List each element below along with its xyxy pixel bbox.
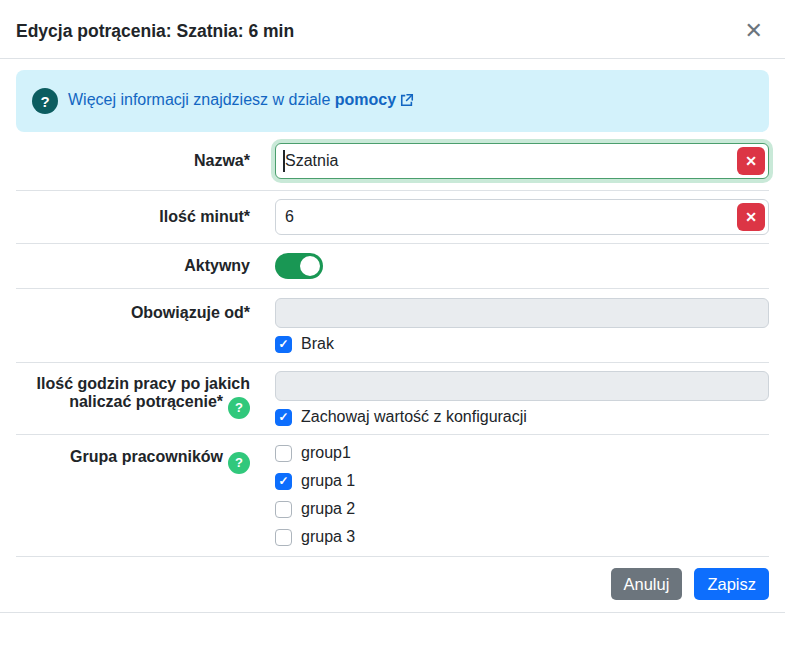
aktywny-controls	[275, 253, 769, 279]
field-row-nazwa: Nazwa* ✕	[16, 132, 769, 191]
ilosc-minut-input[interactable]	[275, 199, 769, 235]
cancel-button[interactable]: Anuluj	[611, 568, 683, 600]
grupa-options: group1 ✓ grupa 1 grupa 2 grupa 3	[275, 444, 769, 546]
ilosc-godzin-input	[275, 371, 769, 401]
brak-checkbox[interactable]: ✓	[275, 336, 292, 353]
grupa2-label: grupa 2	[301, 500, 355, 518]
zachowaj-label: Zachowaj wartość z konfiguracji	[301, 408, 527, 426]
clear-ilosc-minut-icon[interactable]: ✕	[737, 203, 765, 231]
question-circle-icon: ?	[32, 88, 58, 114]
help-icon-godziny[interactable]: ?	[228, 397, 250, 419]
ilosc-godzin-label: Ilość godzin pracy po jakich naliczać po…	[16, 371, 250, 419]
modal-footer: Anuluj Zapisz	[16, 556, 769, 612]
nazwa-label: Nazwa*	[16, 152, 250, 170]
info-text: Więcej informacji znajdziesz w dziale	[68, 91, 330, 108]
obowiazuje-od-controls: ✓ Brak	[275, 298, 769, 353]
group1-checkbox[interactable]	[275, 445, 292, 462]
group1-label: group1	[301, 444, 351, 462]
group-option-row: grupa 2	[275, 500, 769, 518]
external-link-icon	[400, 93, 414, 110]
clear-nazwa-icon[interactable]: ✕	[737, 147, 765, 175]
group-option-row: group1	[275, 444, 769, 462]
brak-check-line: ✓ Brak	[275, 335, 769, 353]
toggle-knob	[300, 256, 320, 276]
brak-label: Brak	[301, 335, 334, 353]
ilosc-godzin-controls: ✓ Zachowaj wartość z konfiguracji	[275, 371, 769, 426]
ilosc-minut-label: Ilość minut*	[16, 208, 250, 226]
modal-title: Edycja potrącenia: Szatnia: 6 min	[16, 21, 294, 42]
text-caret	[283, 150, 285, 172]
ilosc-godzin-label-text: Ilość godzin pracy po jakich naliczać po…	[37, 375, 250, 410]
modal-bottom-edge	[0, 612, 785, 613]
modal-header: Edycja potrącenia: Szatnia: 6 min ✕	[0, 0, 785, 59]
aktywny-label: Aktywny	[16, 257, 250, 275]
help-link[interactable]: pomocy	[335, 91, 396, 108]
aktywny-toggle[interactable]	[275, 253, 323, 279]
close-icon[interactable]: ✕	[739, 18, 769, 44]
obowiazuje-od-label: Obowiązuje od*	[16, 298, 250, 328]
save-button[interactable]: Zapisz	[694, 568, 769, 600]
zachowaj-check-line: ✓ Zachowaj wartość z konfiguracji	[275, 408, 769, 426]
grupa1-checkbox[interactable]: ✓	[275, 473, 292, 490]
edit-deduction-modal: Edycja potrącenia: Szatnia: 6 min ✕ ? Wi…	[0, 0, 785, 613]
grupa2-checkbox[interactable]	[275, 501, 292, 518]
nazwa-input[interactable]	[275, 143, 769, 179]
grupa-label-text: Grupa pracowników	[70, 448, 223, 465]
grupa1-label: grupa 1	[301, 472, 355, 490]
field-row-ilosc-minut: Ilość minut* ✕	[16, 191, 769, 244]
obowiazuje-od-input	[275, 298, 769, 328]
field-row-ilosc-godzin: Ilość godzin pracy po jakich naliczać po…	[16, 363, 769, 435]
field-row-aktywny: Aktywny	[16, 244, 769, 289]
modal-body: ? Więcej informacji znajdziesz w dziale …	[0, 59, 785, 556]
field-row-grupa: Grupa pracowników? group1 ✓ grupa 1 grup…	[16, 435, 769, 556]
grupa3-checkbox[interactable]	[275, 529, 292, 546]
nazwa-controls: ✕	[275, 143, 769, 179]
help-icon-grupa[interactable]: ?	[228, 452, 250, 474]
zachowaj-checkbox[interactable]: ✓	[275, 409, 292, 426]
grupa3-label: grupa 3	[301, 528, 355, 546]
field-row-obowiazuje-od: Obowiązuje od* ✓ Brak	[16, 289, 769, 363]
info-banner: ? Więcej informacji znajdziesz w dziale …	[16, 70, 769, 132]
ilosc-minut-controls: ✕	[275, 199, 769, 235]
group-option-row: ✓ grupa 1	[275, 472, 769, 490]
info-banner-text: Więcej informacji znajdziesz w dziale po…	[68, 91, 414, 111]
group-option-row: grupa 3	[275, 528, 769, 546]
grupa-label: Grupa pracowników?	[16, 444, 250, 474]
